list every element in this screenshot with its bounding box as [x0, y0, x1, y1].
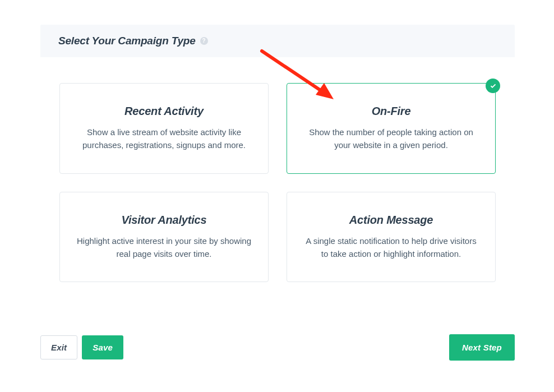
- exit-button[interactable]: Exit: [40, 335, 77, 359]
- card-desc: Show the number of people taking action …: [303, 126, 479, 152]
- card-desc: A single static notification to help dri…: [303, 234, 479, 261]
- footer-left-group: Exit Save: [40, 335, 123, 359]
- panel-header: Select Your Campaign Type ?: [40, 25, 515, 57]
- card-desc: Show a live stream of website activity l…: [76, 126, 252, 152]
- top-strip: [40, 0, 515, 7]
- campaign-card-action-message[interactable]: Action Message A single static notificat…: [287, 192, 496, 283]
- campaign-card-on-fire[interactable]: On-Fire Show the number of people taking…: [287, 83, 496, 174]
- campaign-type-cards: Recent Activity Show a live stream of we…: [40, 57, 515, 305]
- help-icon[interactable]: ?: [200, 37, 208, 45]
- checkmark-icon: [486, 79, 500, 93]
- card-title: On-Fire: [303, 105, 479, 118]
- campaign-card-recent-activity[interactable]: Recent Activity Show a live stream of we…: [59, 83, 269, 174]
- footer-bar: Exit Save Next Step: [40, 334, 515, 361]
- panel-title: Select Your Campaign Type: [58, 35, 196, 47]
- campaign-card-visitor-analytics[interactable]: Visitor Analytics Highlight active inter…: [59, 192, 269, 283]
- campaign-type-panel: Select Your Campaign Type ? Recent Activ…: [40, 25, 515, 305]
- next-step-button[interactable]: Next Step: [449, 334, 515, 361]
- save-button[interactable]: Save: [82, 335, 123, 359]
- card-title: Visitor Analytics: [76, 214, 252, 227]
- card-title: Recent Activity: [76, 105, 252, 118]
- card-desc: Highlight active interest in your site b…: [76, 234, 252, 261]
- card-title: Action Message: [303, 214, 479, 227]
